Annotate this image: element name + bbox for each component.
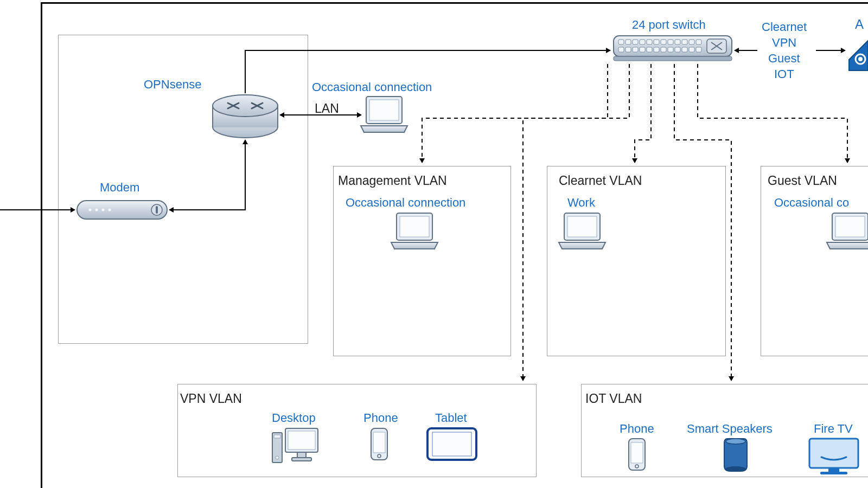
svg-rect-11 bbox=[156, 206, 158, 214]
svg-rect-23 bbox=[682, 40, 687, 44]
svg-rect-44 bbox=[400, 216, 429, 237]
svg-rect-57 bbox=[373, 432, 385, 453]
svg-rect-18 bbox=[647, 40, 652, 44]
access-point-icon bbox=[849, 41, 868, 70]
tablet-icon bbox=[427, 428, 476, 460]
svg-rect-67 bbox=[828, 468, 839, 472]
svg-rect-66 bbox=[809, 439, 858, 468]
svg-rect-48 bbox=[835, 216, 865, 237]
svg-point-65 bbox=[725, 466, 746, 472]
svg-point-6 bbox=[89, 209, 92, 211]
svg-layer bbox=[0, 0, 868, 488]
svg-rect-17 bbox=[640, 40, 645, 44]
svg-rect-22 bbox=[675, 40, 680, 44]
laptop-icon bbox=[559, 213, 605, 249]
svg-rect-14 bbox=[618, 40, 624, 44]
diagram-canvas: OPNsense Modem 24 port switch Clearnet V… bbox=[0, 0, 868, 488]
svg-rect-42 bbox=[369, 100, 399, 120]
phone-icon bbox=[629, 439, 645, 470]
svg-rect-13 bbox=[614, 56, 732, 61]
svg-rect-68 bbox=[820, 472, 847, 474]
svg-rect-30 bbox=[647, 47, 652, 52]
laptop-icon bbox=[361, 97, 407, 132]
svg-rect-20 bbox=[661, 40, 666, 44]
tv-icon bbox=[809, 439, 858, 474]
svg-rect-33 bbox=[668, 47, 673, 52]
phone-icon bbox=[371, 428, 387, 460]
svg-rect-37 bbox=[696, 47, 701, 52]
switch-icon bbox=[614, 36, 732, 61]
modem-icon bbox=[77, 201, 167, 219]
svg-point-8 bbox=[102, 209, 105, 211]
svg-rect-31 bbox=[654, 47, 659, 52]
svg-rect-53 bbox=[288, 431, 315, 450]
smart-speaker-icon bbox=[724, 439, 747, 472]
svg-rect-15 bbox=[626, 40, 631, 44]
svg-point-40 bbox=[858, 57, 863, 61]
svg-rect-29 bbox=[640, 47, 645, 52]
svg-rect-36 bbox=[689, 47, 694, 52]
svg-rect-26 bbox=[618, 47, 624, 52]
laptop-icon bbox=[827, 213, 868, 249]
svg-rect-46 bbox=[567, 216, 597, 237]
laptop-icon bbox=[391, 213, 438, 249]
svg-rect-16 bbox=[633, 40, 638, 44]
svg-rect-34 bbox=[675, 47, 680, 52]
svg-rect-19 bbox=[654, 40, 659, 44]
svg-rect-32 bbox=[661, 47, 666, 52]
svg-point-9 bbox=[108, 209, 111, 211]
svg-rect-54 bbox=[297, 452, 306, 458]
router-icon bbox=[213, 95, 278, 138]
svg-point-4 bbox=[213, 95, 278, 117]
svg-rect-27 bbox=[626, 47, 631, 52]
svg-rect-24 bbox=[689, 40, 694, 44]
svg-rect-28 bbox=[633, 47, 638, 52]
svg-rect-21 bbox=[668, 40, 673, 44]
desktop-icon bbox=[272, 428, 318, 463]
svg-rect-50 bbox=[274, 435, 280, 438]
svg-rect-25 bbox=[696, 40, 701, 44]
svg-rect-35 bbox=[682, 47, 687, 52]
svg-point-64 bbox=[726, 439, 745, 444]
svg-point-7 bbox=[95, 209, 98, 211]
svg-rect-60 bbox=[432, 432, 471, 456]
svg-point-51 bbox=[276, 456, 279, 459]
svg-rect-62 bbox=[631, 442, 643, 463]
svg-rect-55 bbox=[292, 458, 311, 461]
